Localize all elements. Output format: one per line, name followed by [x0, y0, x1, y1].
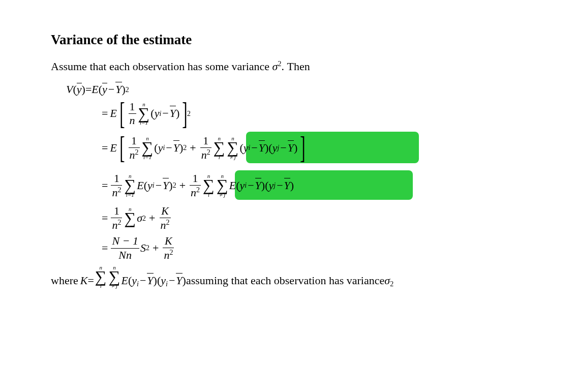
assuming-text: assuming that each observation has varia… [186, 273, 384, 289]
intro-suffix: . Then [281, 60, 310, 73]
equals: = [85, 82, 92, 98]
derivation-block: V(y) = E(y − Y)2 = E [ 1n n ∑ i=1 (yi − … [66, 82, 526, 262]
ybar: y [77, 82, 82, 98]
eq-line-5: = 1 n2 n∑ σ2 + K n2 [66, 205, 526, 232]
eq-line-3: = E [ 1 n2 n∑i=1 (yi − Y)2 + 1 n2 n∑i [66, 130, 526, 166]
K: K [80, 273, 88, 289]
where-paragraph: where K = n∑i n∑≠ j E (yi − Y)(yi − Y) a… [51, 265, 526, 289]
ybar2: y [102, 82, 107, 98]
yi: y [155, 106, 160, 122]
E: E [92, 82, 98, 98]
section-title: Variance of the estimate [51, 31, 526, 50]
plus: + [190, 140, 196, 156]
intro-paragraph: Assume that each observation has some va… [51, 59, 526, 75]
equals: = [102, 106, 108, 122]
sum-i1-n: n ∑ i=1 [138, 102, 150, 126]
E: E [110, 106, 116, 122]
intro-text: Assume that each observation has some va… [51, 60, 272, 73]
sum-i: n∑i [95, 265, 107, 289]
minus: − [108, 82, 114, 98]
eq-line-6: = N − 1 Nn S2 + K n2 [66, 235, 526, 262]
sum-nej: n∑≠ j [109, 265, 120, 289]
V: V [66, 82, 73, 98]
equals: = [87, 273, 94, 289]
where-label: where [51, 273, 78, 289]
eq-line-1: V(y) = E(y − Y)2 [66, 82, 526, 98]
Ybar: Y [115, 82, 122, 98]
sigma: σ [384, 273, 390, 289]
sq: 2 [390, 279, 393, 289]
frac-1-over-n2: 1 n2 [129, 135, 140, 162]
eq-line-4: = 1 n2 n∑i=1 E (yi − Y)2 + 1 n2 n∑i n∑≠ … [66, 169, 526, 202]
sq: 2 [126, 85, 129, 95]
frac-1-over-n: 1n [129, 101, 136, 127]
E: E [121, 273, 128, 289]
eq-line-2: = E [ 1n n ∑ i=1 (yi − Y) ]2 [66, 101, 526, 127]
sigma-symbol: σ [272, 60, 278, 73]
